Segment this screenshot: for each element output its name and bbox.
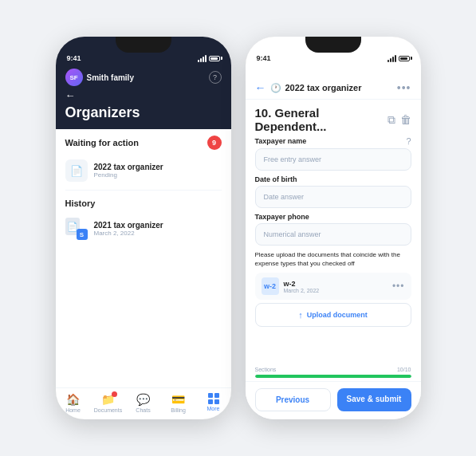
scene: 9:41 SF Smith family ? (40, 21, 437, 435)
history-item-text: 2021 tax organizer March 2, 2022 (94, 221, 163, 237)
field-input-1[interactable]: Free entry answer (255, 148, 411, 171)
upload-section: Please upload the documents that coincid… (255, 250, 411, 327)
more-dots[interactable]: ••• (397, 81, 411, 94)
divider-1 (65, 190, 222, 191)
page-title: Organizers (65, 104, 222, 121)
nav-billing-label: Billing (171, 407, 186, 413)
family-name: Smith family (87, 73, 134, 82)
nav-home[interactable]: 🏠 Home (56, 393, 91, 413)
field-label-2: Date of birth (255, 175, 297, 183)
time-1: 9:41 (67, 54, 81, 62)
field-taxpayer-name: Taxpayer name ? Free entry answer (255, 136, 411, 171)
status-icons-2 (387, 55, 410, 62)
field-input-3[interactable]: Numerical answer (255, 223, 411, 246)
nav-billing[interactable]: 💳 Billing (161, 393, 196, 413)
field-label-3: Taxpayer phone (255, 213, 309, 221)
help-icon[interactable]: ? (209, 71, 222, 84)
phone-form: 9:41 ← 🕐 2022 tax organizer (246, 37, 421, 419)
copy-icon[interactable]: ⧉ (387, 113, 395, 127)
history-item-date: March 2, 2022 (94, 230, 163, 237)
doc-file-info: w-2 March 2, 2022 (284, 280, 387, 293)
header-left[interactable]: SF Smith family (65, 69, 134, 86)
app-header-1: SF Smith family ? ← Organizers (56, 64, 231, 129)
progress-value: 10/10 (397, 367, 411, 372)
back-row[interactable]: ← (65, 89, 222, 101)
org-header-title: 2022 tax organizer (285, 83, 362, 92)
app-header-2: ← 🕐 2022 tax organizer ••• (246, 64, 421, 100)
waiting-section-header: Waiting for action 9 (56, 129, 231, 153)
form-title: 10. General Dependent... (255, 106, 387, 133)
upload-desc: Please upload the documents that coincid… (255, 250, 411, 268)
phone-notch-2 (305, 37, 361, 53)
field-label-row-1: Taxpayer name ? (255, 136, 411, 146)
progress-bar (255, 375, 411, 378)
progress-section: Sections 10/10 (246, 362, 421, 381)
signal-icon-2 (387, 55, 396, 62)
form-scroll: Taxpayer name ? Free entry answer Date o… (246, 136, 421, 362)
delete-icon[interactable]: 🗑 (400, 113, 411, 127)
chats-icon: 💬 (136, 393, 150, 406)
organizer-item-2021[interactable]: 📄 S 2021 tax organizer March 2, 2022 (56, 211, 231, 246)
clock-icon: 🕐 (270, 83, 281, 93)
phone2-top-left: ← 🕐 2022 tax organizer (255, 81, 362, 94)
upload-button[interactable]: ↑ Upload document (255, 303, 411, 327)
form-title-row: 10. General Dependent... ⧉ 🗑 (246, 100, 421, 136)
phone2-top-row: ← 🕐 2022 tax organizer ••• (255, 81, 411, 94)
org-item-sub: Pending (94, 171, 163, 179)
billing-icon: 💳 (171, 393, 185, 406)
field-label-row-3: Taxpayer phone (255, 213, 411, 221)
documents-icon: 📁 (101, 393, 115, 406)
nav-chats[interactable]: 💬 Chats (126, 393, 161, 413)
doc-file-date: March 2, 2022 (284, 288, 387, 293)
back-arrow-icon[interactable]: ← (65, 89, 76, 101)
time-2: 9:41 (257, 54, 271, 62)
doc-layer2-icon: S (77, 229, 88, 240)
nav-more[interactable]: More (196, 393, 231, 413)
doc-file-item: w-2 w-2 March 2, 2022 ••• (255, 273, 411, 300)
nav-documents-label: Documents (94, 407, 122, 413)
avatar: SF (65, 69, 83, 86)
battery-icon-2 (399, 56, 410, 61)
back-blue-icon[interactable]: ← (255, 81, 266, 94)
nav-chats-label: Chats (136, 407, 150, 413)
doc-file-icon: w-2 (262, 277, 279, 295)
upload-btn-label: Upload document (307, 311, 368, 319)
organizer-item-2022[interactable]: 📄 2022 tax organizer Pending (56, 153, 231, 188)
field-dob: Date of birth Date answer (255, 175, 411, 208)
header-top: SF Smith family ? (65, 69, 222, 86)
nav-doc-dot (112, 391, 117, 397)
previous-button[interactable]: Previous (255, 388, 331, 411)
org-item-text-2022: 2022 tax organizer Pending (94, 163, 163, 179)
form-actions: ⧉ 🗑 (387, 113, 411, 127)
waiting-badge: 9 (207, 136, 222, 150)
battery-icon (209, 56, 220, 61)
org-item-title: 2022 tax organizer (94, 163, 163, 171)
field-label-1: Taxpayer name (255, 137, 307, 145)
waiting-label: Waiting for action (65, 138, 139, 147)
field-input-2[interactable]: Date answer (255, 186, 411, 208)
home-icon: 🏠 (66, 393, 80, 406)
progress-label: Sections (255, 367, 277, 372)
nav-documents[interactable]: 📁 Documents (91, 393, 126, 413)
more-icon (208, 393, 219, 404)
nav-home-label: Home (65, 407, 81, 413)
signal-icon (198, 55, 207, 62)
progress-fill (255, 375, 411, 378)
body-2: 10. General Dependent... ⧉ 🗑 Taxpayer na… (246, 100, 421, 419)
field-help-icon-1[interactable]: ? (406, 136, 411, 146)
doc-icon-2022: 📄 (65, 159, 88, 182)
submit-button[interactable]: Save & submit (337, 388, 411, 411)
doc-file-name: w-2 (284, 280, 387, 288)
nav-more-label: More (207, 406, 220, 411)
doc-more-icon[interactable]: ••• (392, 281, 405, 292)
history-label: History (56, 192, 231, 211)
bottom-nav: 🏠 Home 📁 Documents 💬 Chats 💳 Billing (56, 387, 231, 419)
phone-organizers: 9:41 SF Smith family ? (56, 37, 231, 419)
progress-meta: Sections 10/10 (255, 367, 411, 372)
bottom-actions: Previous Save & submit (246, 381, 421, 419)
phone-notch (116, 37, 171, 53)
doc-icon-history: 📄 S (65, 218, 88, 240)
upload-arrow-icon: ↑ (298, 310, 303, 320)
status-icons-1 (198, 55, 220, 62)
field-label-row-2: Date of birth (255, 175, 411, 183)
